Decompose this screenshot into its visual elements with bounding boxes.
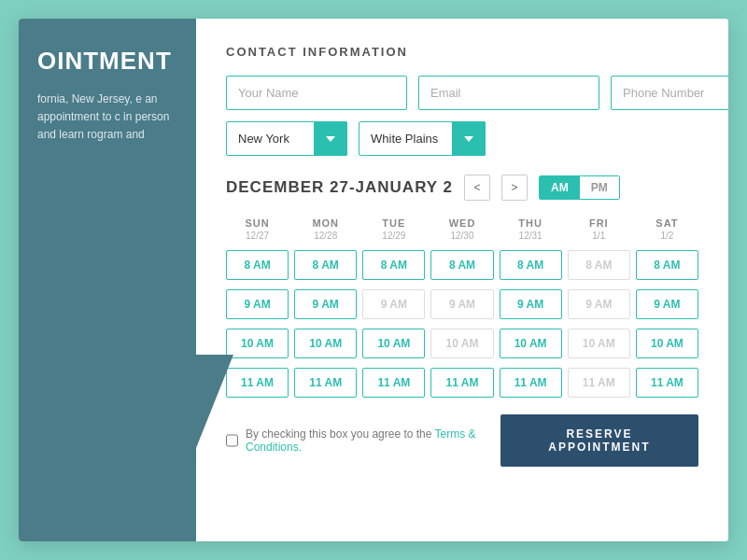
time-slot[interactable]: 10 AM — [294, 329, 357, 358]
time-slot[interactable]: 10 AM — [636, 329, 698, 358]
time-slot[interactable]: 8 AM — [430, 250, 493, 280]
time-slot: 11 AM — [568, 368, 630, 398]
day-header-thu: THU12/31 — [500, 217, 562, 241]
name-input[interactable] — [226, 76, 407, 110]
time-slot: 9 AM — [430, 289, 493, 319]
time-slot: 8 AM — [568, 250, 630, 280]
day-name: THU — [500, 217, 562, 229]
day-header-fri: FRI1/1 — [568, 217, 630, 241]
next-week-button[interactable]: > — [501, 175, 528, 201]
time-slot[interactable]: 9 AM — [294, 289, 357, 319]
time-slot: 10 AM — [568, 329, 630, 358]
pm-button[interactable]: PM — [580, 176, 619, 199]
phone-input[interactable] — [611, 76, 728, 110]
day-date: 12/29 — [362, 231, 425, 241]
day-header-wed: WED12/30 — [430, 217, 493, 241]
time-slot[interactable]: 8 AM — [226, 250, 289, 280]
day-header-sat: SAT1/2 — [636, 217, 698, 241]
main-content: CONTACT INFORMATION New York New Jersey … — [196, 19, 728, 541]
time-slot: 9 AM — [568, 289, 630, 319]
time-slot[interactable]: 8 AM — [500, 250, 562, 280]
time-slot[interactable]: 8 AM — [362, 250, 425, 280]
time-slot: 9 AM — [362, 289, 425, 319]
state-select-wrapper: New York New Jersey California — [226, 121, 347, 156]
time-slot[interactable]: 9 AM — [226, 289, 289, 319]
day-date: 12/30 — [430, 231, 493, 241]
day-date: 12/28 — [294, 231, 357, 241]
day-header-tue: TUE12/29 — [362, 217, 425, 241]
time-slot[interactable]: 11 AM — [226, 368, 289, 398]
city-select-wrapper: White Plains New York City Buffalo — [359, 121, 486, 156]
day-date: 12/27 — [226, 231, 289, 241]
time-slot[interactable]: 11 AM — [636, 368, 698, 398]
day-date: 1/1 — [568, 231, 630, 241]
time-slot[interactable]: 11 AM — [362, 368, 425, 398]
time-slot[interactable]: 9 AM — [500, 289, 562, 319]
app-container: OINTMENT fornia, New Jersey, e an appoin… — [19, 19, 728, 541]
terms-text: By checking this box you agree to the Te… — [246, 427, 500, 454]
day-name: SUN — [226, 217, 289, 229]
time-slot[interactable]: 11 AM — [430, 368, 493, 398]
time-slot: 10 AM — [430, 329, 493, 358]
sidebar-description: fornia, New Jersey, e an appointment to … — [37, 91, 177, 145]
city-select[interactable]: White Plains New York City Buffalo — [359, 121, 486, 156]
contact-section-title: CONTACT INFORMATION — [226, 45, 698, 59]
terms-link[interactable]: Terms & Conditions. — [246, 427, 476, 454]
contact-fields-row1 — [226, 76, 698, 110]
footer-row: By checking this box you agree to the Te… — [226, 414, 698, 467]
time-slot[interactable]: 10 AM — [226, 329, 289, 358]
day-header-mon: MON12/28 — [294, 217, 357, 241]
day-name: WED — [430, 217, 493, 229]
reserve-button[interactable]: RESERVE APPOINTMENT — [500, 414, 698, 467]
time-slot[interactable]: 11 AM — [294, 368, 357, 398]
day-name: FRI — [568, 217, 630, 229]
date-range-label: DECEMBER 27-JANUARY 2 — [226, 178, 453, 197]
am-button[interactable]: AM — [540, 176, 580, 199]
sidebar-title: OINTMENT — [37, 47, 177, 76]
prev-week-button[interactable]: < — [464, 175, 490, 201]
time-slot[interactable]: 11 AM — [500, 368, 562, 398]
time-slot[interactable]: 10 AM — [500, 329, 562, 358]
day-name: MON — [294, 217, 357, 229]
select-row: New York New Jersey California White Pla… — [226, 121, 698, 156]
terms-check-row: By checking this box you agree to the Te… — [226, 427, 500, 454]
time-slot[interactable]: 8 AM — [294, 250, 357, 280]
calendar-grid: SUN12/27MON12/28TUE12/29WED12/30THU12/31… — [226, 217, 698, 398]
day-date: 12/31 — [500, 231, 562, 241]
state-select[interactable]: New York New Jersey California — [226, 121, 347, 156]
time-slot[interactable]: 10 AM — [362, 329, 425, 358]
sidebar: OINTMENT fornia, New Jersey, e an appoin… — [19, 19, 196, 541]
am-pm-toggle: AM PM — [539, 175, 620, 200]
sidebar-triangle — [159, 355, 233, 541]
time-slot[interactable]: 9 AM — [636, 289, 698, 319]
email-input[interactable] — [418, 76, 599, 110]
day-name: SAT — [636, 217, 698, 229]
time-slot[interactable]: 8 AM — [636, 250, 698, 280]
day-date: 1/2 — [636, 231, 698, 241]
day-name: TUE — [362, 217, 425, 229]
calendar-header: DECEMBER 27-JANUARY 2 < > AM PM — [226, 175, 698, 201]
day-header-sun: SUN12/27 — [226, 217, 289, 241]
